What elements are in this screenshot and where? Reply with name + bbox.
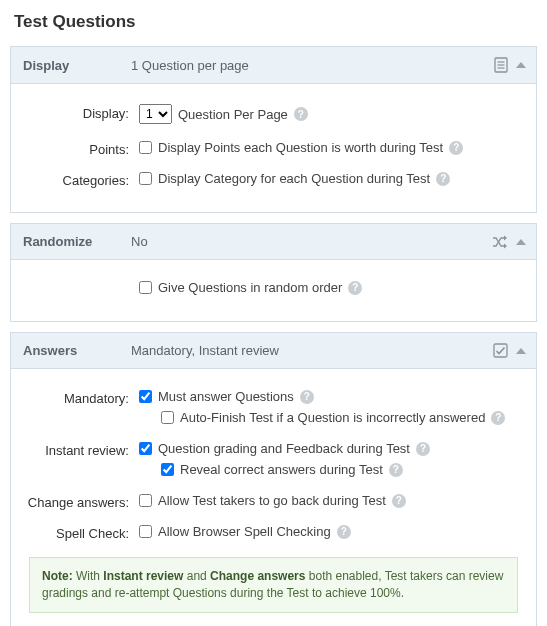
chevron-up-icon[interactable] — [516, 62, 526, 68]
panel-randomize-label: Randomize — [21, 234, 131, 249]
change-answers-text: Allow Test takers to go back during Test — [158, 493, 386, 508]
panel-randomize: Randomize No Give Questions in random or… — [10, 223, 537, 322]
help-icon[interactable]: ? — [294, 107, 308, 121]
points-label: Points: — [23, 140, 139, 157]
points-checkbox[interactable] — [139, 141, 152, 154]
help-icon[interactable]: ? — [300, 390, 314, 404]
change-answers-label: Change answers: — [23, 493, 139, 510]
categories-checkbox[interactable] — [139, 172, 152, 185]
reveal-answers-text: Reveal correct answers during Test — [180, 462, 383, 477]
help-icon[interactable]: ? — [348, 281, 362, 295]
instant-review-label: Instant review: — [23, 441, 139, 458]
randomize-spacer — [23, 280, 139, 282]
panel-answers-label: Answers — [21, 343, 131, 358]
check-box-icon — [493, 343, 508, 358]
note-text-b: and — [183, 569, 210, 583]
note-text-a: With — [73, 569, 104, 583]
shuffle-icon — [492, 235, 508, 249]
panel-answers-header[interactable]: Answers Mandatory, Instant review — [11, 332, 536, 369]
note-b1: Instant review — [103, 569, 183, 583]
panel-answers-summary: Mandatory, Instant review — [131, 343, 493, 358]
random-order-text: Give Questions in random order — [158, 280, 342, 295]
help-icon[interactable]: ? — [337, 525, 351, 539]
chevron-up-icon[interactable] — [516, 348, 526, 354]
instant-review-text: Question grading and Feedback during Tes… — [158, 441, 410, 456]
page-title: Test Questions — [14, 12, 537, 32]
instant-review-checkbox[interactable] — [139, 442, 152, 455]
help-icon[interactable]: ? — [392, 494, 406, 508]
svg-rect-4 — [494, 344, 507, 357]
spell-check-text: Allow Browser Spell Checking — [158, 524, 331, 539]
chevron-up-icon[interactable] — [516, 239, 526, 245]
random-order-checkbox[interactable] — [139, 281, 152, 294]
panel-answers: Answers Mandatory, Instant review Mandat… — [10, 332, 537, 626]
panel-display-header[interactable]: Display 1 Question per page — [11, 46, 536, 84]
panel-display-body: Display: 1 Question Per Page ? Points: D… — [11, 84, 536, 212]
note-b2: Change answers — [210, 569, 305, 583]
help-icon[interactable]: ? — [491, 411, 505, 425]
help-icon[interactable]: ? — [389, 463, 403, 477]
note-box: Note: With Instant review and Change ans… — [29, 557, 518, 613]
points-text: Display Points each Question is worth du… — [158, 140, 443, 155]
panel-randomize-summary: No — [131, 234, 492, 249]
panel-randomize-header[interactable]: Randomize No — [11, 223, 536, 260]
questions-per-page-select[interactable]: 1 — [139, 104, 172, 124]
spell-check-checkbox[interactable] — [139, 525, 152, 538]
categories-text: Display Category for each Question durin… — [158, 171, 430, 186]
per-page-suffix: Question Per Page — [178, 107, 288, 122]
panel-display-summary: 1 Question per page — [131, 58, 494, 73]
panel-display-label: Display — [21, 58, 131, 73]
panel-display: Display 1 Question per page Display: 1 Q… — [10, 46, 537, 213]
help-icon[interactable]: ? — [416, 442, 430, 456]
autofinish-text: Auto-Finish Test if a Question is incorr… — [180, 410, 485, 425]
categories-label: Categories: — [23, 171, 139, 188]
display-count-label: Display: — [23, 104, 139, 121]
spell-check-label: Spell Check: — [23, 524, 139, 541]
mandatory-text: Must answer Questions — [158, 389, 294, 404]
panel-answers-body: Mandatory: Must answer Questions ? Auto-… — [11, 369, 536, 626]
note-prefix: Note: — [42, 569, 73, 583]
mandatory-checkbox[interactable] — [139, 390, 152, 403]
help-icon[interactable]: ? — [449, 141, 463, 155]
help-icon[interactable]: ? — [436, 172, 450, 186]
change-answers-checkbox[interactable] — [139, 494, 152, 507]
reveal-answers-checkbox[interactable] — [161, 463, 174, 476]
autofinish-checkbox[interactable] — [161, 411, 174, 424]
mandatory-label: Mandatory: — [23, 389, 139, 406]
page-icon — [494, 57, 508, 73]
panel-randomize-body: Give Questions in random order ? — [11, 260, 536, 321]
